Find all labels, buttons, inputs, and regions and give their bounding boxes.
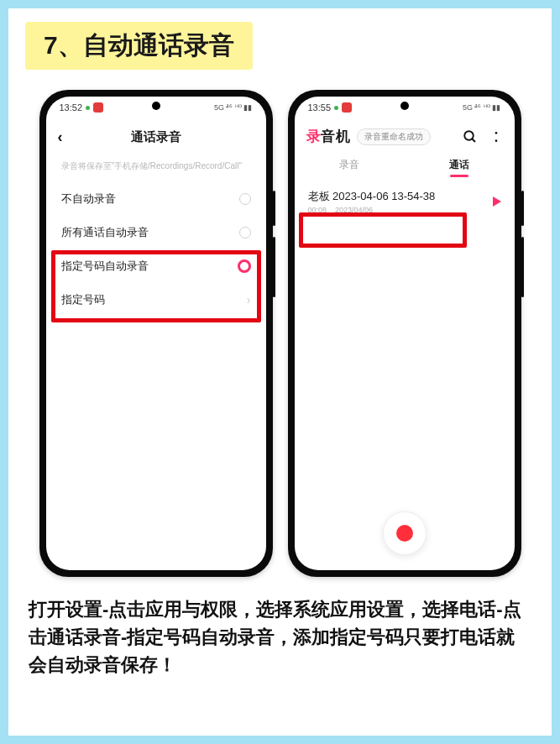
option-no-auto[interactable]: 不自动录音: [61, 182, 251, 216]
option-label: 所有通话自动录音: [61, 225, 149, 240]
section-title: 7、自动通话录音: [25, 22, 253, 70]
app-icon: [342, 102, 352, 113]
status-right: 5G ⁴⁶ ᴴᴰ ▮▮: [214, 103, 253, 112]
svg-point-3: [495, 139, 497, 142]
page-title: 通话录音: [131, 129, 181, 145]
entry-text: 老板 2023-04-06 13-54-38 00:08 2023/04/06: [308, 189, 493, 214]
status-bar: 13:52 5G ⁴⁶ ᴴᴰ ▮▮: [46, 97, 266, 118]
status-right: 5G ⁴⁶ ᴴᴰ ▮▮: [463, 103, 501, 112]
phone-left: 13:52 5G ⁴⁶ ᴴᴰ ▮▮ ‹ 通话录音 录音将保存至"手机存储/Rec…: [39, 90, 273, 577]
camera-hole: [152, 102, 160, 110]
svg-point-0: [464, 131, 474, 140]
tab-recordings[interactable]: 录音: [295, 158, 405, 177]
screen-right: 13:55 5G ⁴⁶ ᴴᴰ ▮▮ 录音机 录音重命名成功: [295, 97, 515, 570]
entry-title: 老板 2023-04-06 13-54-38: [308, 189, 493, 204]
radio-off-icon: [239, 227, 251, 238]
tabs: 录音 通话: [295, 151, 515, 181]
status-left: 13:55: [308, 102, 353, 113]
app-title-rest: 音机: [321, 128, 350, 144]
storage-note: 录音将保存至"手机存储/Recordings/Record/Call": [46, 155, 266, 182]
wechat-icon: [334, 106, 338, 110]
search-icon[interactable]: [463, 129, 478, 144]
radio-off-icon: [239, 193, 251, 205]
play-icon[interactable]: [493, 196, 501, 207]
svg-line-1: [472, 139, 475, 142]
status-time: 13:52: [60, 102, 83, 113]
camera-hole: [400, 102, 409, 110]
option-all-auto[interactable]: 所有通话自动录音: [61, 216, 251, 249]
app-header: 录音机 录音重命名成功: [295, 118, 515, 151]
status-time: 13:55: [308, 102, 332, 113]
record-icon: [396, 525, 413, 542]
page-header: ‹ 通话录音: [46, 118, 266, 155]
app-title: 录音机: [306, 127, 351, 146]
more-icon[interactable]: [489, 130, 503, 144]
screen-left: 13:52 5G ⁴⁶ ᴴᴰ ▮▮ ‹ 通话录音 录音将保存至"手机存储/Rec…: [46, 97, 266, 570]
option-label: 不自动录音: [61, 191, 116, 207]
toast-message: 录音重命名成功: [357, 128, 431, 145]
back-icon[interactable]: ‹: [58, 128, 63, 146]
app-title-accent: 录: [306, 128, 322, 144]
instructions-caption: 打开设置-点击应用与权限，选择系统应用设置，选择电话-点击通话录音-指定号码自动…: [25, 595, 535, 679]
tab-calls[interactable]: 通话: [405, 158, 515, 177]
phone-right: 13:55 5G ⁴⁶ ᴴᴰ ▮▮ 录音机 录音重命名成功: [288, 90, 521, 577]
wechat-icon: [86, 106, 90, 110]
signal-icons: 5G ⁴⁶ ᴴᴰ ▮▮: [214, 103, 253, 112]
svg-point-2: [495, 132, 497, 134]
phones-container: 13:52 5G ⁴⁶ ᴴᴰ ▮▮ ‹ 通话录音 录音将保存至"手机存储/Rec…: [25, 90, 535, 577]
annotation-highlight: [51, 250, 261, 322]
app-icon: [93, 102, 103, 113]
header-actions: [463, 129, 503, 144]
annotation-highlight: [299, 212, 467, 248]
record-button[interactable]: [383, 511, 427, 555]
status-bar: 13:55 5G ⁴⁶ ᴴᴰ ▮▮: [295, 97, 515, 118]
status-left: 13:52: [60, 102, 104, 113]
record-button-container: [383, 511, 427, 555]
signal-icons: 5G ⁴⁶ ᴴᴰ ▮▮: [463, 103, 501, 112]
